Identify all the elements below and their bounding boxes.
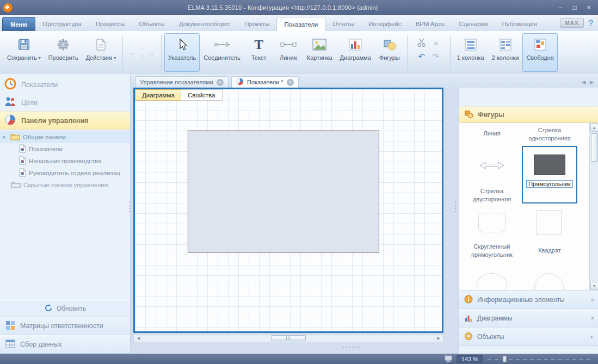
delete-button[interactable]: × xyxy=(433,39,438,47)
sidebar-item-paneli-upravleniya[interactable]: Панели управления xyxy=(0,112,130,129)
pointer-tool-button[interactable]: Указатель xyxy=(164,33,200,72)
menu-tab-bpm-apps[interactable]: BPM Apps xyxy=(409,17,452,31)
menu-tab-scenarii[interactable]: Сценарии xyxy=(452,17,495,31)
section-label: Диаграммы xyxy=(477,314,512,322)
square-shape-icon[interactable] xyxy=(537,210,562,235)
free-layout-button[interactable]: Свободно xyxy=(522,33,558,72)
close-tab-icon[interactable]: × xyxy=(287,79,294,86)
gray-folder-icon xyxy=(11,181,21,189)
people-icon xyxy=(4,96,16,109)
scroll-left-icon[interactable]: ◀ xyxy=(134,336,143,341)
two-way-arrow-shape-icon[interactable] xyxy=(479,160,505,172)
refresh-icon xyxy=(44,304,53,314)
refresh-button[interactable]: Обновить xyxy=(0,300,130,317)
tab-scroll-right-icon[interactable]: ▶ xyxy=(590,79,594,85)
circle-shape-icon[interactable] xyxy=(534,273,564,291)
menu-tab-otchety[interactable]: Отчеты xyxy=(325,17,361,31)
actions-button[interactable]: Действия▾ xyxy=(82,33,120,72)
redo-button[interactable]: ↷ xyxy=(433,52,440,60)
max-button[interactable]: MAX xyxy=(560,18,583,28)
tab-scroll-left-icon[interactable]: ◀ xyxy=(582,79,585,85)
palette-scrollbar-thumb[interactable] xyxy=(591,133,598,162)
scrollbar-thumb[interactable] xyxy=(271,335,306,341)
diagram-tool-button[interactable]: Диаграмма xyxy=(336,33,375,72)
close-button[interactable]: × xyxy=(582,2,596,13)
shape-cell-one-way-arrow[interactable]: Стрелка односторонняя xyxy=(522,126,577,143)
right-splitter-handle[interactable] xyxy=(455,201,456,212)
maximize-button[interactable]: □ xyxy=(568,2,582,13)
sidebar-item-pokazateli[interactable]: Показатели xyxy=(0,76,130,94)
line-tool-button[interactable]: Линия xyxy=(274,33,303,72)
zoom-slider[interactable] xyxy=(488,355,594,363)
scroll-down-icon[interactable]: ▼ xyxy=(590,282,598,290)
shape-cell-rectangle-selected[interactable]: Прямоугольник xyxy=(522,146,577,203)
one-column-label: 1 колонка xyxy=(457,54,484,61)
scrollbar-track[interactable] xyxy=(143,335,434,342)
save-button[interactable]: Сохранить▾ xyxy=(3,33,45,72)
tab-pokazateli[interactable]: Показатели * × xyxy=(231,76,299,88)
zoom-slider-thumb[interactable] xyxy=(503,356,507,362)
horizontal-splitter-handle[interactable] xyxy=(343,347,360,348)
tree-node-obshchie-paneli[interactable]: ▼ Общие панели xyxy=(0,131,130,143)
tree-expander-icon[interactable]: ▼ xyxy=(0,135,8,139)
check-button[interactable]: Проверить xyxy=(45,33,82,72)
left-splitter-handle[interactable] xyxy=(129,201,130,212)
help-icon[interactable]: ? xyxy=(588,18,594,29)
editor-tab-diagramma[interactable]: Диаграмма xyxy=(135,89,182,101)
nav-up-button[interactable]: ↑ xyxy=(140,46,144,52)
section-diagrammy[interactable]: Диаграммы » xyxy=(459,309,598,328)
collapse-chevron-icon[interactable]: » xyxy=(589,317,595,320)
shape-cell-line[interactable]: Линия xyxy=(465,129,519,138)
menu-tab-processy[interactable]: Процессы xyxy=(89,17,132,31)
sidebar-item-matritsy[interactable]: Матрицы ответственности xyxy=(0,317,130,335)
shape-cell-rounded-rectangle[interactable]: Скругленный прямоугольник xyxy=(465,243,519,259)
minimize-button[interactable]: – xyxy=(553,2,568,13)
editor-tab-svoystva[interactable]: Свойства xyxy=(181,89,223,101)
close-tab-icon[interactable]: × xyxy=(217,79,224,86)
menu-tab-publikatsiya[interactable]: Публикация xyxy=(495,17,544,31)
tree-node-pokazateli[interactable]: Показатели xyxy=(0,143,130,155)
menu-tab-interfeys[interactable]: Интерфейс xyxy=(361,17,409,31)
menu-tab-pokazateli[interactable]: Показатели xyxy=(276,17,325,31)
collapse-chevron-icon[interactable]: » xyxy=(589,298,595,301)
tree-node-rukovoditel-otdela[interactable]: Руководитель отдела реализац xyxy=(0,167,130,179)
palette-scrollbar[interactable]: ▲ ▼ xyxy=(589,123,598,291)
shapes-tool-button[interactable]: Фигуры xyxy=(375,33,404,72)
menu-tab-proekty[interactable]: Проекты xyxy=(237,17,276,31)
data-table-icon xyxy=(5,340,15,350)
menu-button[interactable]: Меню xyxy=(2,17,35,31)
ellipse-shape-icon[interactable] xyxy=(477,273,507,291)
tab-upravlenie-pokazatelyami[interactable]: Управление показателями × xyxy=(135,76,229,88)
menu-tab-dokumentooborot[interactable]: Документооборот xyxy=(172,17,237,31)
shape-cell-square[interactable]: Квадрат xyxy=(522,246,577,255)
undo-button[interactable]: ↶ xyxy=(418,52,426,60)
nav-forward-button[interactable]: → xyxy=(146,48,155,57)
menu-tab-obekty[interactable]: Объекты xyxy=(132,17,171,31)
shape-cell-two-way-arrow[interactable]: Стрелка двусторонняя xyxy=(465,187,519,203)
two-columns-button[interactable]: 2 колонки xyxy=(488,33,523,72)
shapes-panel-header[interactable]: Фигуры xyxy=(459,107,598,123)
cut-button[interactable] xyxy=(417,38,427,48)
menu-tab-orgstructura[interactable]: Оргструктура xyxy=(35,17,88,31)
scroll-right-icon[interactable]: ▶ xyxy=(434,336,443,341)
text-tool-button[interactable]: T Текст xyxy=(244,33,274,72)
sidebar-item-sbor-dannykh[interactable]: Сбор данных xyxy=(0,335,130,354)
shapes-header-icon xyxy=(465,110,473,120)
tree-node-nachalnik-proizvodstva[interactable]: Начальник производства xyxy=(0,155,130,167)
expand-chevron-icon[interactable]: » xyxy=(589,335,595,338)
picture-tool-button[interactable]: Картинка xyxy=(303,33,336,72)
one-column-button[interactable]: 1 колонка xyxy=(453,33,488,72)
pie-chart-icon xyxy=(4,114,16,127)
section-obekty[interactable]: Объекты » xyxy=(459,328,598,346)
canvas-horizontal-scrollbar[interactable]: ◀ ▶ xyxy=(133,334,443,342)
dashboard-canvas[interactable]: Диаграмма Свойства xyxy=(133,88,443,333)
section-informatsionnye-elementy[interactable]: Информационные элементы » xyxy=(459,291,598,309)
scroll-up-icon[interactable]: ▲ xyxy=(590,124,598,132)
canvas-rectangle-shape[interactable] xyxy=(188,131,379,252)
connector-tool-button[interactable]: Соединитель xyxy=(200,33,244,72)
sidebar-item-tseli[interactable]: Цели xyxy=(0,94,130,112)
nav-back-button[interactable]: ← xyxy=(129,48,138,57)
rounded-rectangle-shape-icon[interactable] xyxy=(478,213,505,232)
nav-down-button[interactable]: ↓ xyxy=(140,53,144,59)
tree-node-skrytye-paneli[interactable]: Скрытые панели управления xyxy=(0,179,130,191)
